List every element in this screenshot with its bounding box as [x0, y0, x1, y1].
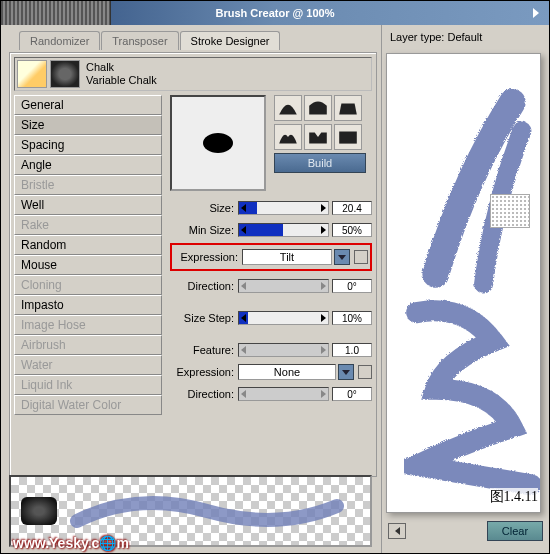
cat-impasto[interactable]: Impasto — [14, 295, 162, 315]
feature-label: Feature: — [170, 344, 238, 356]
sizestep-label: Size Step: — [170, 312, 238, 324]
dab-type-4[interactable] — [274, 124, 302, 150]
layer-type-label: Layer type: Default — [382, 25, 549, 49]
size-value[interactable]: 20.4 — [332, 201, 372, 215]
cat-spacing[interactable]: Spacing — [14, 135, 162, 155]
expression2-dropdown-button[interactable] — [338, 364, 354, 380]
tab-stroke-designer[interactable]: Stroke Designer — [180, 31, 281, 50]
direction2-slider — [238, 387, 329, 401]
titlebar: Brush Creator @ 100% — [1, 1, 549, 25]
size-slider[interactable] — [238, 201, 329, 215]
expression2-dropdown[interactable]: None — [238, 364, 336, 380]
expression-highlight: Expression: Tilt — [170, 243, 372, 271]
minsize-label: Min Size: — [170, 224, 238, 236]
cat-water: Water — [14, 355, 162, 375]
sizestep-value[interactable]: 10% — [332, 311, 372, 325]
cat-image-hose: Image Hose — [14, 315, 162, 335]
clear-button[interactable]: Clear — [487, 521, 543, 541]
direction2-label: Direction: — [170, 388, 238, 400]
direction1-label: Direction: — [170, 280, 238, 292]
cat-well[interactable]: Well — [14, 195, 162, 215]
tab-transposer[interactable]: Transposer — [101, 31, 178, 50]
expression1-invert-checkbox[interactable] — [354, 250, 368, 264]
brush-name: Chalk — [86, 61, 157, 74]
cat-airbrush: Airbrush — [14, 335, 162, 355]
cat-random[interactable]: Random — [14, 235, 162, 255]
dab-type-2[interactable] — [304, 95, 332, 121]
feature-slider — [238, 343, 329, 357]
figure-label: 图1.4.11 — [490, 488, 538, 506]
expression1-dropdown-button[interactable] — [334, 249, 350, 265]
cat-digital-water: Digital Water Color — [14, 395, 162, 415]
direction1-slider — [238, 279, 329, 293]
size-label: Size: — [170, 202, 238, 214]
cat-rake: Rake — [14, 215, 162, 235]
preview-canvas[interactable]: 图1.4.11 — [386, 53, 541, 513]
cat-bristle: Bristle — [14, 175, 162, 195]
paper-texture-swatch — [490, 194, 530, 228]
dab-preview — [170, 95, 266, 191]
build-button[interactable]: Build — [274, 153, 366, 173]
feature-value[interactable]: 1.0 — [332, 343, 372, 357]
direction1-value[interactable]: 0° — [332, 279, 372, 293]
brush-category-icon[interactable] — [17, 60, 47, 88]
minsize-slider[interactable] — [238, 223, 329, 237]
cat-mouse[interactable]: Mouse — [14, 255, 162, 275]
cat-general[interactable]: General — [14, 95, 162, 115]
expression1-label: Expression: — [174, 251, 242, 263]
svg-rect-0 — [339, 132, 357, 144]
cat-liquid-ink: Liquid Ink — [14, 375, 162, 395]
tab-randomizer[interactable]: Randomizer — [19, 31, 100, 50]
brush-variant: Variable Chalk — [86, 74, 157, 87]
dab-type-3[interactable] — [334, 95, 362, 121]
category-list: General Size Spacing Angle Bristle Well … — [14, 95, 162, 415]
cat-cloning: Cloning — [14, 275, 162, 295]
scroll-left-button[interactable] — [388, 523, 406, 539]
dab-type-5[interactable] — [304, 124, 332, 150]
brush-variant-icon[interactable] — [50, 60, 80, 88]
expression2-invert-checkbox[interactable] — [358, 365, 372, 379]
dab-type-1[interactable] — [274, 95, 302, 121]
dab-type-6[interactable] — [334, 124, 362, 150]
cat-angle[interactable]: Angle — [14, 155, 162, 175]
cat-size[interactable]: Size — [14, 115, 162, 135]
direction2-value[interactable]: 0° — [332, 387, 372, 401]
expression1-dropdown[interactable]: Tilt — [242, 249, 332, 265]
window-title: Brush Creator @ 100% — [216, 7, 335, 19]
titlebar-grip[interactable] — [1, 1, 111, 25]
watermark: www.Yesky.c🌐m — [13, 535, 129, 551]
titlebar-expand-icon[interactable] — [533, 8, 539, 18]
minsize-value[interactable]: 50% — [332, 223, 372, 237]
stroke-designer-panel: Chalk Variable Chalk General Size Spacin… — [9, 52, 377, 477]
sizestep-slider[interactable] — [238, 311, 329, 325]
expression2-label: Expression: — [170, 366, 238, 378]
